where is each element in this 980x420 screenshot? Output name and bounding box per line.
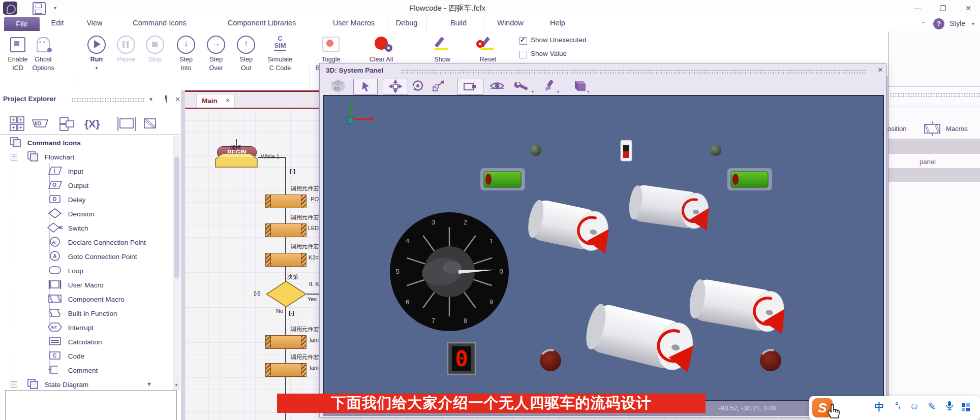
dc-motor[interactable] <box>582 301 697 374</box>
ime-mic-button[interactable] <box>946 401 953 413</box>
save-icon[interactable] <box>33 2 46 15</box>
quick-access-caret-icon[interactable]: ▾ <box>54 5 56 11</box>
tree-item-state-diagram[interactable]: State Diagram <box>26 378 88 391</box>
ime-pen-button[interactable]: ✎ <box>928 401 936 412</box>
ime-mode-button[interactable]: 中 <box>875 401 884 414</box>
style-caret-icon[interactable]: ▾ <box>972 21 974 26</box>
position-button[interactable]: osition <box>887 125 907 133</box>
rotary-dial[interactable]: 0 1 2 3 4 5 6 7 8 9 <box>390 212 509 331</box>
style-menu[interactable]: Style <box>950 19 965 27</box>
tree-item-component-macro[interactable]: Component Macro <box>47 293 125 306</box>
brush-tool-button[interactable]: ▾ <box>539 79 560 94</box>
3d-panel-close-icon[interactable]: ✕ <box>876 66 885 75</box>
collapse-toggle[interactable]: – <box>11 154 17 160</box>
menu-file[interactable]: File <box>4 17 40 31</box>
seven-segment-display[interactable]: 0 <box>448 343 475 374</box>
ime-punctuation-button[interactable]: °, <box>895 401 900 409</box>
tree-item-switch[interactable]: Switch <box>47 221 88 235</box>
flow-loop-node[interactable] <box>215 153 258 168</box>
scrollbar-down-icon[interactable]: ▼ <box>173 382 180 389</box>
menu-view[interactable]: View <box>86 19 102 27</box>
tree-item-interrupt[interactable]: INT Interrupt <box>47 321 94 334</box>
menu-user-macros[interactable]: User Macros <box>333 19 375 27</box>
splitter[interactable] <box>181 90 185 420</box>
tree-item-command-icons[interactable]: Command Icons <box>9 136 81 149</box>
tree-item-input[interactable]: I Input <box>47 165 83 178</box>
tree-item-decision[interactable]: Decision <box>47 207 95 220</box>
move-tool-button[interactable] <box>383 79 408 95</box>
select-tool-button[interactable] <box>353 79 378 95</box>
simulate-c-code-button[interactable]: CSIM Simulate C Code <box>261 34 299 72</box>
rotate-tool-button[interactable] <box>410 79 426 94</box>
menu-command-icons[interactable]: Command Icons <box>133 19 187 27</box>
dc-motor[interactable] <box>687 277 787 335</box>
dc-motor[interactable] <box>627 183 711 231</box>
ghost-options-button[interactable]: Ghost Options <box>27 34 59 72</box>
table-row[interactable] <box>889 139 980 154</box>
tab-close-icon[interactable]: ✕ <box>225 97 230 104</box>
viewport-tool-button[interactable] <box>457 79 483 95</box>
stop-button[interactable]: Stop <box>139 34 171 63</box>
dc-motor[interactable] <box>525 198 611 254</box>
panel-grip[interactable] <box>71 98 145 102</box>
panel-grip[interactable] <box>401 69 866 74</box>
tree-item-goto-connection-point[interactable]: A Goto Connection Point <box>47 250 137 263</box>
panel-close-icon[interactable]: ✕ <box>175 95 180 103</box>
step-out-button[interactable]: ↑ Step Out <box>230 34 262 72</box>
material-cube-button[interactable]: ▾ <box>566 79 590 94</box>
tree-dropdown-icon[interactable]: ▼ <box>146 381 152 387</box>
tree-item-builtin-function[interactable]: Built-in Function <box>47 307 117 320</box>
tree-item-calculation[interactable]: Calculation <box>47 335 102 348</box>
scrollbar-thumb[interactable] <box>174 156 179 278</box>
tree-item-declare-connection-point[interactable]: A: Declare Connection Point <box>47 236 146 249</box>
3d-viewport[interactable]: 0 1 2 3 4 5 6 7 8 9 <box>323 95 884 401</box>
restore-button[interactable]: ❐ <box>935 2 951 14</box>
step-into-button[interactable]: ↓ Step Into <box>170 34 202 72</box>
pin-icon[interactable] <box>164 95 169 103</box>
tab-main[interactable]: Main ✕ <box>196 94 235 109</box>
show-value-checkbox[interactable] <box>519 51 527 58</box>
panel-grip[interactable] <box>890 92 980 98</box>
visibility-eye-icon[interactable] <box>488 79 506 94</box>
tree-item-flowchart[interactable]: Flowchart <box>26 150 74 164</box>
ime-menu-icon[interactable] <box>962 403 970 411</box>
step-over-button[interactable]: → Step Over <box>200 34 232 72</box>
menu-component-libraries[interactable]: Component Libraries <box>228 19 296 27</box>
tree-item-comment[interactable]: Comment <box>47 364 98 377</box>
led-sphere[interactable] <box>530 145 541 156</box>
tree-item-code[interactable]: C Code <box>47 349 84 363</box>
close-button[interactable]: ✕ <box>961 2 976 14</box>
green-led-bar[interactable] <box>727 168 772 190</box>
wheel[interactable] <box>760 350 781 371</box>
pause-button[interactable]: Pause <box>110 34 142 63</box>
collapse-marker[interactable]: [-] <box>290 168 295 174</box>
tree-item-output[interactable]: O Output <box>47 179 88 192</box>
run-button[interactable]: Run ▾ <box>80 34 113 72</box>
wheel[interactable] <box>540 350 561 371</box>
flow-decision-node[interactable] <box>266 281 307 307</box>
show-unexecuted-checkbox[interactable] <box>519 37 527 45</box>
collapse-toggle[interactable]: – <box>11 381 17 388</box>
tree-item-delay[interactable]: D Delay <box>47 193 85 206</box>
ime-emoji-button[interactable]: ☺ <box>909 401 919 412</box>
led-sphere[interactable] <box>710 145 721 156</box>
collapse-marker[interactable]: [-] <box>289 310 294 316</box>
tree-item-user-macro[interactable]: User Macro <box>47 278 104 292</box>
wrench-tool-button[interactable]: ▾ <box>512 79 535 94</box>
table-row[interactable] <box>889 168 980 182</box>
collapse-marker[interactable]: [-] <box>254 290 260 296</box>
tree-item-loop[interactable]: Loop <box>47 264 83 277</box>
minimize-button[interactable]: — <box>910 2 925 14</box>
menu-window[interactable]: Window <box>497 19 524 27</box>
help-icon[interactable]: ? <box>933 18 944 29</box>
panel-dropdown-icon[interactable]: ▼ <box>148 96 154 102</box>
toggle-switch[interactable] <box>621 140 632 161</box>
macros-button[interactable]: Macros <box>946 125 968 133</box>
menu-help[interactable]: Help <box>550 19 565 27</box>
table-row-panel[interactable]: panel <box>920 158 936 166</box>
menu-build[interactable]: Build <box>450 19 467 27</box>
green-led-bar[interactable] <box>480 168 525 190</box>
menu-edit[interactable]: Edit <box>51 19 64 27</box>
explorer-scrollbar[interactable] <box>173 136 180 391</box>
menu-debug[interactable]: Debug <box>396 19 418 27</box>
